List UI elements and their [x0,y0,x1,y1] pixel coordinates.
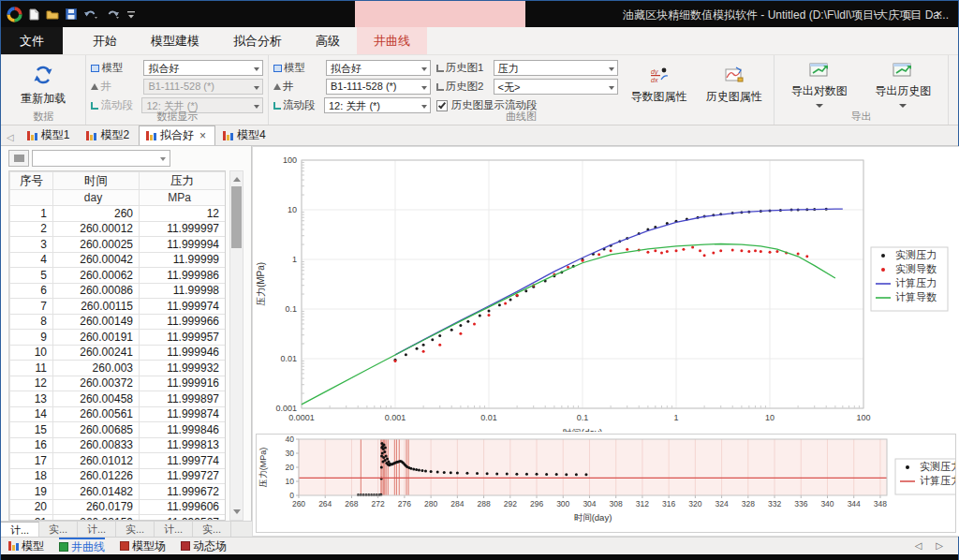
table-row[interactable]: 6260.0008611.99998 [10,283,226,299]
table-row[interactable]: 18260.0122611.999727 [10,468,226,484]
undo-button[interactable] [83,8,98,20]
table-row[interactable]: 10260.0024111.999946 [10,345,226,361]
svg-text:0.01: 0.01 [480,413,497,422]
table-cell: 10 [10,345,53,361]
status-item-icon [59,542,68,552]
unit-cell: day [53,190,140,206]
table-row[interactable]: 8260.0014911.999966 [10,314,226,330]
save-button[interactable] [66,8,77,20]
export-history-plot-button[interactable]: 导出历史图 [863,59,944,111]
table-scrollbar[interactable] [229,170,243,521]
table-sub-tab[interactable]: 计... [78,522,116,537]
history-properties-label: 历史图属性 [706,89,762,105]
tab-close-icon[interactable]: × [199,129,206,142]
data-table[interactable]: 序号时间压力dayMPa1260122260.0001211.999997326… [8,170,226,521]
document-tab-模型4[interactable]: 模型4 [215,125,275,145]
chart-panel: 0.00010.0010.010.11101000.0010.010.11101… [252,146,959,537]
display-well-label: 井 [100,80,140,94]
table-row[interactable]: 4260.0004211.99999 [10,252,226,268]
column-header-1[interactable]: 序号 [10,172,53,190]
status-item-动态场[interactable]: 动态场 [181,538,227,555]
open-file-button[interactable] [46,9,59,20]
table-cell: 11.999672 [140,484,226,500]
table-options-button[interactable] [8,150,29,167]
document-tab-模型1[interactable]: 模型1 [20,125,80,145]
app-window: 油藏区块精细数值模拟软件 - Untitled (D:\F\ldl\项目\大庆项… [0,0,959,560]
close-button[interactable]: × [923,1,954,27]
table-row[interactable]: 7260.0011511.999974 [10,299,226,315]
table-row[interactable]: 5260.0006211.999986 [10,268,226,284]
table-row[interactable]: 19260.0148211.999672 [10,484,226,500]
table-row[interactable]: 3260.0002511.999994 [10,237,226,253]
document-tab-拟合好[interactable]: 拟合好× [139,125,215,145]
curve-model-select[interactable]: 拟合好 [326,60,431,76]
table-row[interactable]: 20260.017911.999606 [10,499,226,515]
maximize-button[interactable]: □ [893,1,923,27]
group-label-data: 数据 [1,110,85,124]
column-header-2[interactable]: 时间 [53,172,140,190]
table-row[interactable]: 14260.0056111.999874 [10,406,226,422]
svg-text:20: 20 [286,463,295,472]
ribbon-tab-拟合分析[interactable]: 拟合分析 [216,27,299,54]
redo-button[interactable] [105,8,120,20]
ribbon-tab-文件[interactable]: 文件 [1,27,63,54]
table-row[interactable]: 9260.0019111.999957 [10,330,226,346]
table-row[interactable]: 15260.0068511.999846 [10,422,226,438]
curve-well-select[interactable]: B1-111-528 (*) [326,79,431,95]
table-sub-tab[interactable]: 计... [155,522,193,537]
table-cell: 19 [10,484,53,500]
table-row[interactable]: 16260.0083311.999813 [10,437,226,453]
ribbon-tab-高级[interactable]: 高级 [299,27,357,54]
ribbon-tab-井曲线[interactable]: 井曲线 [357,27,427,54]
table-row[interactable]: 11260.00311.999932 [10,361,226,376]
table-sub-tab[interactable]: 实... [39,522,78,537]
column-header-3[interactable]: 压力 [140,172,226,190]
new-file-button[interactable] [29,8,39,21]
minimize-button[interactable]: – [862,1,893,27]
table-sub-tab[interactable]: 实... [193,522,231,537]
table-cell: 260.00561 [53,406,140,422]
table-series-combobox[interactable] [32,150,170,167]
tab-scroll-left-icon[interactable]: ◁ [5,132,20,145]
status-item-井曲线[interactable]: 井曲线 [59,538,105,555]
table-cell: 13 [10,391,53,407]
table-row[interactable]: 12260.0037211.999916 [10,376,226,391]
table-cell: 260.00241 [53,345,140,361]
history2-select[interactable]: <无> [494,79,619,95]
history1-select[interactable]: 压力 [494,60,619,76]
table-sub-tab[interactable]: 实... [116,522,155,537]
table-sub-tab[interactable]: 计... [1,522,39,537]
ribbon-tab-模型建模[interactable]: 模型建模 [134,27,216,54]
customize-toolbar-button[interactable] [126,9,136,19]
ribbon-tab-开始[interactable]: 开始 [76,27,134,54]
table-row[interactable]: 13260.0045811.999897 [10,391,226,407]
svg-text:100: 100 [283,155,297,165]
reload-button[interactable]: 重新加载 [6,59,81,111]
table-cell: 260.01482 [53,484,140,500]
status-item-label: 井曲线 [71,539,105,555]
display-model-select[interactable]: 拟合好 [143,60,263,76]
table-row[interactable]: 17260.0101211.999774 [10,453,226,469]
display-well-select: B1-111-528 (*) [143,79,263,95]
status-item-模型场[interactable]: 模型场 [120,538,166,555]
table-cell: 260.00115 [53,299,140,315]
export-loglog-plot-button[interactable]: 导出对数图 [779,59,860,111]
table-cell: 18 [10,468,53,484]
svg-text:1: 1 [673,413,678,422]
history-plot-properties-button[interactable]: 历史图属性 [700,59,769,111]
svg-text:40: 40 [286,435,295,444]
table-cell: 11.999916 [140,376,226,391]
scrollbar-thumb[interactable] [231,186,242,248]
export-plot-icon [809,63,830,81]
status-nav-arrows[interactable]: ◁ ▷ [915,540,949,551]
status-item-模型[interactable]: 模型 [8,538,44,555]
app-logo-icon [7,7,22,22]
table-row[interactable]: 126012 [10,206,226,222]
svg-text:312: 312 [636,499,649,508]
scroll-down-icon[interactable] [233,509,241,514]
derivative-plot-properties-button[interactable]: dy dx 导数图属性 [624,59,693,111]
scroll-up-icon[interactable] [233,177,241,182]
document-tab-模型2[interactable]: 模型2 [79,125,139,145]
table-row[interactable]: 2260.0001211.999997 [10,221,226,237]
table-cell: 11.999874 [140,406,226,422]
